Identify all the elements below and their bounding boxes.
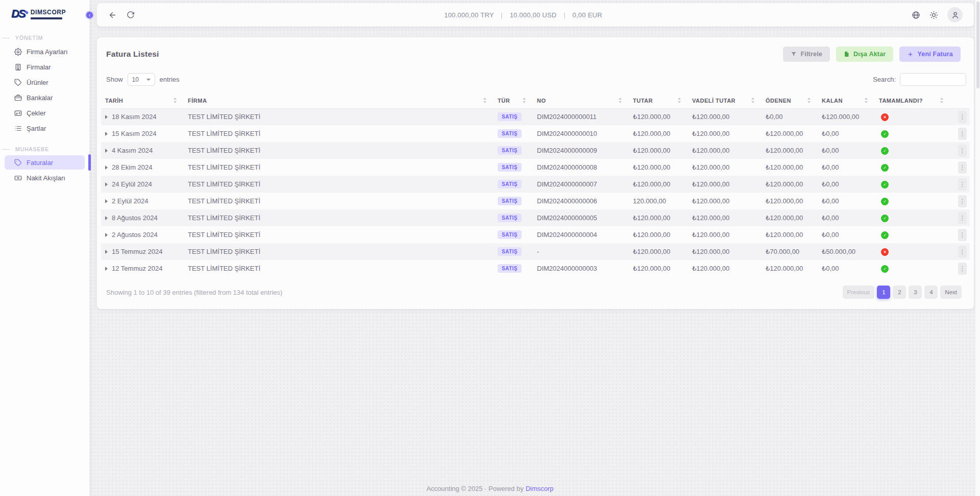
- sidebar-item-cekler[interactable]: Çekler: [0, 105, 89, 121]
- sidebar-item-nakit-akislari[interactable]: Nakit Akışları: [0, 170, 89, 185]
- sidebar-item-label: Şartlar: [27, 125, 46, 132]
- row-actions-button[interactable]: ⋮: [958, 229, 967, 241]
- table-row[interactable]: 4 Kasım 2024 TEST LİMİTED ŞİRKETİ SATIŞ …: [101, 142, 970, 159]
- scrollbar-thumb[interactable]: [976, 2, 979, 88]
- sidebar-item-label: Firma Ayarları: [27, 48, 68, 56]
- invoice-type-badge: SATIŞ: [498, 112, 522, 121]
- user-menu-button[interactable]: [947, 7, 963, 22]
- show-label: Show: [106, 76, 123, 83]
- sidebar-item-sartlar[interactable]: Şartlar: [0, 121, 89, 136]
- invoice-paid: ₺120.000,00: [766, 226, 822, 243]
- sort-icon: [523, 98, 526, 103]
- sidebar-item-bankalar[interactable]: Bankalar: [0, 90, 89, 105]
- column-header-tur[interactable]: TÜR: [498, 93, 537, 108]
- table-row[interactable]: 2 Ağustos 2024 TEST LİMİTED ŞİRKETİ SATI…: [101, 226, 970, 243]
- entries-label: entries: [160, 76, 180, 83]
- row-expand-caret-icon[interactable]: [105, 149, 108, 153]
- row-actions-button[interactable]: ⋮: [958, 145, 967, 157]
- footer-brand-link[interactable]: Dimscorp: [526, 485, 554, 492]
- invoice-no: DIM2024000000003: [537, 260, 633, 277]
- back-button[interactable]: [108, 11, 117, 19]
- column-header-tarih[interactable]: TARİH: [101, 93, 188, 108]
- row-expand-caret-icon[interactable]: [105, 250, 108, 254]
- column-header-kalan[interactable]: KALAN: [822, 93, 879, 108]
- row-expand-caret-icon[interactable]: [105, 233, 108, 237]
- brand-logo-icon: DS◆: [11, 8, 27, 19]
- row-expand-caret-icon[interactable]: [105, 132, 108, 136]
- language-button[interactable]: [912, 11, 920, 19]
- pagination-previous[interactable]: Previous: [843, 286, 875, 299]
- chevron-down-icon: [146, 79, 151, 81]
- file-export-icon: [844, 51, 850, 57]
- row-expand-caret-icon[interactable]: [105, 267, 108, 271]
- invoice-type-badge: SATIŞ: [498, 197, 522, 205]
- row-actions-button[interactable]: ⋮: [958, 128, 967, 140]
- table-row[interactable]: 12 Temmuz 2024 TEST LİMİTED ŞİRKETİ SATI…: [101, 260, 970, 277]
- sort-icon: [619, 98, 622, 103]
- sidebar-item-faturalar[interactable]: Faturalar: [5, 155, 85, 170]
- invoice-paid: ₺120.000,00: [766, 209, 822, 226]
- invoice-date: 8 Ağustos 2024: [112, 214, 158, 222]
- row-actions-button[interactable]: ⋮: [958, 161, 967, 174]
- balance-eur: 0,00EUR: [573, 11, 602, 19]
- refresh-button[interactable]: [126, 11, 135, 19]
- column-header-firma[interactable]: FİRMA: [188, 93, 498, 108]
- filter-button[interactable]: Filtrele: [783, 46, 830, 62]
- column-header-odenen[interactable]: ÖDENEN: [766, 93, 822, 108]
- sidebar-item-firmalar[interactable]: Firmalar: [0, 59, 89, 75]
- row-expand-caret-icon[interactable]: [105, 199, 108, 203]
- status-icon: [881, 248, 889, 256]
- column-header-tutar[interactable]: TUTAR: [633, 93, 692, 108]
- page-title: Fatura Listesi: [106, 50, 159, 59]
- table-row[interactable]: 28 Ekim 2024 TEST LİMİTED ŞİRKETİ SATIŞ …: [101, 159, 970, 176]
- column-header-actions: [954, 93, 970, 108]
- new-invoice-button[interactable]: Yeni Fatura: [899, 46, 961, 62]
- brand-name: DIMSCORP: [31, 9, 66, 16]
- pagination-page-1[interactable]: 1: [877, 286, 890, 299]
- pagination-page-2[interactable]: 2: [893, 286, 906, 299]
- sort-icon: [678, 98, 681, 103]
- pagination-page-3[interactable]: 3: [909, 286, 922, 299]
- sidebar-collapse-button[interactable]: [85, 11, 94, 19]
- invoice-no: DIM2024000000008: [537, 159, 633, 176]
- sidebar-section-muhasebe: MUHASEBE: [0, 146, 89, 152]
- search-input[interactable]: [900, 73, 966, 86]
- pagination-page-4[interactable]: 4: [924, 286, 938, 299]
- window-scrollbar[interactable]: [975, 0, 980, 496]
- row-actions-button[interactable]: ⋮: [958, 178, 967, 191]
- export-button[interactable]: Dışa Aktar: [836, 46, 893, 62]
- table-row[interactable]: 8 Ağustos 2024 TEST LİMİTED ŞİRKETİ SATI…: [101, 209, 970, 226]
- row-actions-button[interactable]: ⋮: [958, 111, 967, 123]
- pagination-next[interactable]: Next: [940, 286, 962, 299]
- row-actions-button[interactable]: ⋮: [958, 195, 967, 207]
- invoice-no: DIM2024000000009: [537, 142, 633, 159]
- row-expand-caret-icon[interactable]: [105, 115, 108, 119]
- sidebar-item-firma-ayarlari[interactable]: Firma Ayarları: [0, 44, 89, 59]
- invoice-firm: TEST LİMİTED ŞİRKETİ: [188, 193, 498, 209]
- table-row[interactable]: 24 Eylül 2024 TEST LİMİTED ŞİRKETİ SATIŞ…: [101, 176, 970, 193]
- invoice-type-badge: SATIŞ: [498, 180, 522, 188]
- invoice-table: TARİH FİRMA TÜR NO TUTAR VADELİ TUTAR ÖD…: [101, 93, 970, 277]
- invoice-list-card: Fatura Listesi Filtrele Dışa Aktar Yeni …: [97, 37, 974, 309]
- invoice-due-amount: ₺120.000,00: [692, 108, 766, 125]
- theme-toggle-button[interactable]: [929, 11, 938, 19]
- row-expand-caret-icon[interactable]: [105, 166, 108, 170]
- page-size-select[interactable]: 10: [128, 73, 155, 86]
- row-actions-button[interactable]: ⋮: [958, 212, 967, 224]
- sidebar-item-urunler[interactable]: Ürünler: [0, 75, 89, 90]
- row-actions-button[interactable]: ⋮: [958, 246, 967, 258]
- invoice-amount: ₺120.000,00: [633, 243, 692, 260]
- row-actions-button[interactable]: ⋮: [958, 263, 967, 275]
- row-expand-caret-icon[interactable]: [105, 216, 108, 220]
- table-row[interactable]: 18 Kasım 2024 TEST LİMİTED ŞİRKETİ SATIŞ…: [101, 108, 970, 125]
- invoice-amount: 120.000,00: [633, 193, 692, 209]
- column-header-tamamlandi[interactable]: TAMAMLANDI?: [879, 93, 954, 108]
- table-row[interactable]: 15 Kasım 2024 TEST LİMİTED ŞİRKETİ SATIŞ…: [101, 125, 970, 142]
- table-row[interactable]: 15 Temmuz 2024 TEST LİMİTED ŞİRKETİ SATI…: [101, 243, 970, 260]
- invoice-date: 12 Temmuz 2024: [112, 265, 163, 272]
- column-header-vadeli-tutar[interactable]: VADELİ TUTAR: [692, 93, 766, 108]
- table-row[interactable]: 2 Eylül 2024 TEST LİMİTED ŞİRKETİ SATIŞ …: [101, 193, 970, 209]
- row-expand-caret-icon[interactable]: [105, 182, 108, 186]
- invoice-due-amount: ₺120.000,00: [692, 159, 766, 176]
- column-header-no[interactable]: NO: [537, 93, 633, 108]
